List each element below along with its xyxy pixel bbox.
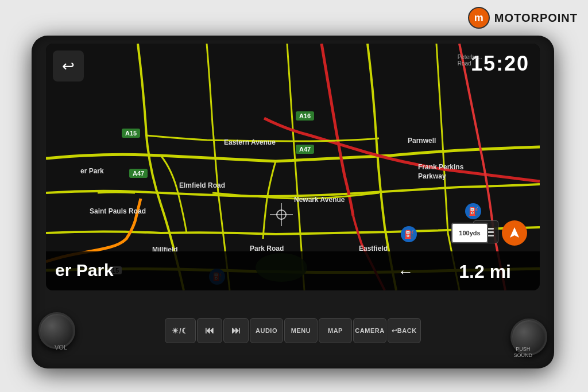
road-badge-a47: A47: [296, 145, 314, 154]
motorpoint-icon: m: [468, 7, 490, 29]
map-button[interactable]: MAP: [319, 318, 352, 343]
distance-bar: er Park ← 1.2 mi: [46, 251, 540, 290]
distance-display: 1.2 mi: [459, 261, 511, 282]
head-unit: 15:20 Peterbo...Road ↩ A15 A16 A47 A47 1…: [32, 36, 554, 368]
motorpoint-name: MOTORPOINT: [494, 11, 578, 25]
camera-button[interactable]: CAMERA: [353, 318, 386, 343]
frank-perkins-label: Frank PerkinsParkway: [418, 163, 463, 181]
next-button[interactable]: ⏭: [223, 318, 249, 343]
navigation-button[interactable]: [502, 220, 527, 246]
road-badge-a47-2: A47: [129, 169, 148, 178]
gas-station-eastfield: ⛽: [401, 226, 417, 242]
turn-arrow: ←: [397, 263, 413, 281]
audio-button[interactable]: AUDIO: [250, 318, 283, 343]
street-name: er Park: [55, 261, 114, 280]
saint-pauls-label: Saint Pauls Road: [90, 207, 146, 215]
prev-button[interactable]: ⏮: [197, 318, 222, 343]
turn-instruction-icon[interactable]: ↩: [53, 51, 84, 81]
menu-button[interactable]: MENU: [284, 318, 318, 343]
navigation-screen: 15:20 Peterbo...Road ↩ A15 A16 A47 A47 1…: [46, 44, 540, 290]
er-park-label: er Park: [80, 167, 104, 175]
push-sound-knob-container: PUSHSOUND: [510, 306, 547, 355]
newark-avenue-label: Newark Avenue: [294, 196, 345, 204]
vol-knob-container: VOL: [38, 312, 75, 349]
push-sound-label: PUSHSOUND: [513, 346, 532, 359]
motorpoint-logo: m MOTORPOINT: [468, 7, 578, 29]
parnwell-label: Parnwell: [408, 137, 436, 145]
peterborough-label: Peterbo...Road: [458, 54, 482, 67]
eastern-avenue-label: Eastern Avenue: [224, 138, 276, 146]
back-button[interactable]: ↩ ↩ BACKBACK: [388, 318, 421, 343]
buttons-strip: ☀/☾ ⏮ ⏭ AUDIO MENU MAP CAMERA ↩ ↩ BACKB: [80, 318, 506, 343]
map-scale: 100yds: [451, 223, 488, 243]
road-badge-a15: A15: [122, 129, 140, 138]
controls-row: VOL ☀/☾ ⏮ ⏭ AUDIO MENU MAP: [38, 297, 547, 364]
road-badge-a16: A16: [296, 111, 314, 121]
gas-station-frank-perkins: ⛽: [465, 203, 481, 219]
vol-label: VOL: [55, 344, 67, 351]
brightness-button[interactable]: ☀/☾: [165, 318, 196, 343]
elmfield-road-label: Elmfield Road: [179, 181, 225, 189]
